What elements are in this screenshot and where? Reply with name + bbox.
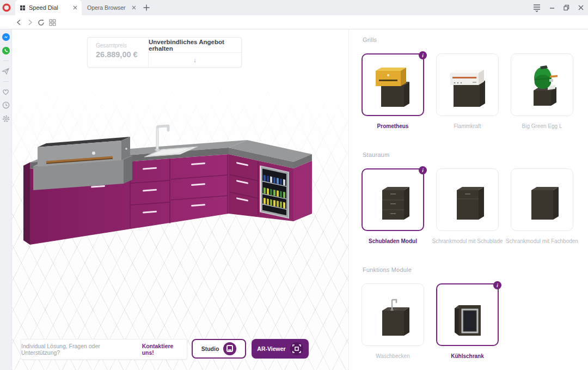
whatsapp-icon[interactable] — [2, 47, 10, 54]
product-label: Schubladen Modul — [369, 238, 417, 245]
settings-gear-icon[interactable] — [2, 115, 10, 123]
close-window-button[interactable] — [578, 4, 584, 11]
product-cell: i Prometheus — [362, 53, 424, 130]
product-panel: Grills i Prometheus — [348, 29, 588, 370]
price-card: Gesamtpreis 26.889,00 € Unverbindliches … — [87, 37, 242, 68]
arrow-down-icon: ↓ — [149, 53, 241, 67]
product-card-flammkraft[interactable] — [436, 53, 499, 116]
kitchen-3d-model[interactable] — [12, 29, 348, 370]
section-stauraum: Stauraum i Schubladen Modu — [362, 151, 588, 245]
product-card-schubladen-modul[interactable]: i — [362, 168, 424, 231]
messenger-icon[interactable] — [2, 33, 10, 41]
tab-speed-dial[interactable]: Speed Dial — [15, 0, 82, 15]
section-grills: Grills i Prometheus — [362, 37, 588, 130]
product-cell: Schrankmodul mit Fachboden — [511, 168, 573, 245]
info-badge[interactable]: i — [493, 281, 501, 289]
forward-icon[interactable] — [27, 19, 33, 26]
section-title: Funktions Module — [363, 266, 588, 274]
tab-close-icon[interactable] — [73, 5, 77, 10]
cabinet-shelf-thumbnail — [517, 175, 567, 225]
ar-viewer-button[interactable]: AR-Viewer — [252, 339, 309, 359]
browser-titlebar: Speed Dial Opera Browser — [0, 0, 588, 15]
rail-divider — [3, 81, 9, 82]
studio-button[interactable]: Studio — [192, 339, 246, 359]
flammkraft-thumbnail — [443, 60, 493, 110]
opera-logo-icon — [2, 3, 11, 12]
new-tab-button[interactable] — [143, 4, 150, 11]
tab-close-icon[interactable] — [132, 5, 136, 10]
section-title: Grills — [363, 37, 588, 44]
product-cell: Waschbecken — [362, 283, 424, 360]
wing-cabinets[interactable] — [229, 140, 312, 222]
product-label: Kühlschrank — [451, 353, 484, 360]
product-card-schrank-mit-fachboden[interactable] — [511, 168, 573, 231]
back-icon[interactable] — [16, 19, 22, 26]
product-cell: Schrankmodul mit Schublade — [436, 168, 499, 245]
studio-icon — [223, 342, 236, 355]
speed-dial-grid-icon — [20, 5, 26, 11]
product-label: Schrankmodul mit Schublade — [432, 238, 503, 245]
tab-label: Opera Browser — [87, 4, 128, 11]
speed-dial-button-icon[interactable] — [49, 19, 56, 26]
restore-button[interactable] — [564, 4, 569, 11]
opera-menu-icon[interactable] — [533, 3, 541, 13]
info-badge[interactable]: i — [419, 166, 427, 174]
history-clock-icon[interactable] — [2, 101, 10, 109]
big-green-egg-thumbnail — [517, 60, 567, 110]
fridge-module-thumbnail — [443, 290, 493, 340]
product-card-schrank-mit-schublade[interactable] — [436, 168, 499, 231]
product-card-big-green-egg[interactable] — [511, 53, 573, 116]
viewport-canvas[interactable]: Gesamtpreis 26.889,00 € Unverbindliches … — [12, 29, 348, 370]
product-cell: Flammkraft — [436, 53, 499, 130]
product-label: Flammkraft — [454, 123, 481, 130]
contact-us-link[interactable]: Kontaktiere uns! — [142, 343, 187, 356]
minimize-button[interactable] — [549, 4, 555, 11]
product-label: Prometheus — [377, 123, 409, 130]
bookmarks-heart-icon[interactable] — [2, 88, 10, 95]
get-offer-label: Unverbindliches Angebot erhalten — [149, 38, 241, 53]
drawer-module-thumbnail — [368, 175, 418, 225]
ar-viewer-button-label: AR-Viewer — [257, 345, 285, 352]
telegram-icon[interactable] — [2, 67, 10, 75]
browser-toolbar: https://yoursiteurl.com — [0, 15, 588, 29]
contact-question: Individual Lösung, Fragen oder Unterstüt… — [21, 343, 140, 356]
get-offer-button[interactable]: Unverbindliches Angebot erhalten ↓ — [149, 38, 241, 67]
sink-module-thumbnail — [368, 290, 418, 340]
product-card-waschbecken[interactable] — [362, 283, 424, 346]
studio-button-label: Studio — [201, 345, 219, 352]
total-price-value: 26.889,00 € — [96, 50, 148, 59]
rail-divider — [3, 60, 9, 61]
section-title: Stauraum — [363, 151, 588, 159]
tab-label: Speed Dial — [29, 4, 70, 11]
grill-module[interactable] — [33, 137, 132, 190]
product-label: Waschbecken — [376, 353, 409, 360]
cabinet-drawer-thumbnail — [443, 175, 493, 225]
fridge-module[interactable] — [260, 165, 289, 219]
product-cell: i Schubladen Modul — [362, 168, 424, 245]
product-label: Big Green Egg L — [522, 123, 562, 130]
ar-viewer-icon — [290, 342, 303, 355]
opera-sidebar — [0, 29, 12, 370]
section-funktionsmodule: Funktions Module Waschbecken — [362, 266, 588, 360]
info-badge[interactable]: i — [419, 51, 427, 59]
product-cell: Big Green Egg L — [511, 53, 573, 130]
total-price-label: Gesamtpreis — [96, 43, 148, 48]
product-card-prometheus[interactable]: i — [362, 53, 424, 116]
prometheus-thumbnail — [368, 60, 418, 110]
product-cell: i Kühlschrank — [436, 283, 499, 360]
tab-opera-browser[interactable]: Opera Browser — [83, 0, 140, 15]
product-label: Schrankmodul mit Fachboden — [506, 238, 578, 245]
reload-icon[interactable] — [38, 19, 45, 26]
product-card-kuehlschrank[interactable]: i — [436, 283, 499, 346]
contact-card: Individual Lösung, Fragen oder Unterstüt… — [21, 339, 187, 360]
